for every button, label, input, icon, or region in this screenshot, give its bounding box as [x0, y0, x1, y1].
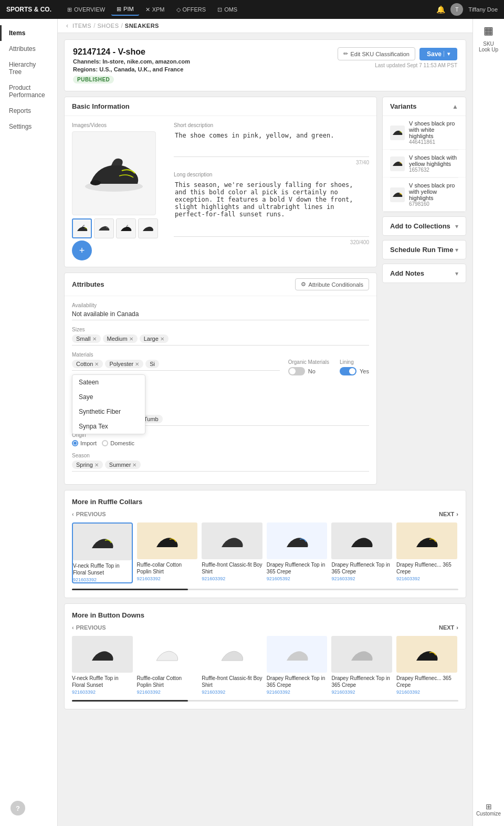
remove-summer-icon[interactable]: ✕: [132, 462, 136, 468]
nav-oms[interactable]: ⊡ OMS: [212, 4, 243, 15]
ruffle-next-button[interactable]: NEXT ›: [439, 511, 458, 517]
remove-large-icon[interactable]: ✕: [160, 336, 164, 342]
dropdown-sateen[interactable]: Sateen: [72, 375, 145, 390]
nav-pim[interactable]: ⊞ PIM: [111, 4, 139, 16]
thumbnail-3[interactable]: [116, 218, 136, 238]
nav-overview[interactable]: ⊞ OVERVIEW: [62, 4, 110, 15]
breadcrumb-sneakers[interactable]: SNEAKERS: [125, 23, 159, 29]
add-to-collections-header[interactable]: Add to Collections ▾: [383, 217, 466, 235]
button-down-item-3[interactable]: Drapey Ruffleneck Top in 365 Crepe 92160…: [267, 636, 328, 695]
variant-sku-1: 1657632: [409, 167, 458, 173]
sidebar-item-settings[interactable]: Settings: [0, 119, 57, 134]
add-notes-section: Add Notes ▾: [382, 264, 466, 283]
dropdown-synpa-tex[interactable]: Synpa Tex: [72, 419, 145, 434]
remove-small-icon[interactable]: ✕: [92, 336, 97, 342]
avatar[interactable]: T: [450, 3, 463, 16]
button-down-item-5[interactable]: Drapey Rufflenec... 365 Crepe 921603392: [396, 636, 457, 695]
offers-icon: ◇: [176, 6, 181, 13]
availability-value[interactable]: Not available in Canada: [72, 310, 369, 320]
thumbnail-1[interactable]: [72, 218, 92, 238]
variant-info-0: V shoes black pro with white highlights …: [409, 120, 458, 145]
oms-icon: ⊡: [217, 6, 222, 13]
sidebar-item-reports[interactable]: Reports: [0, 103, 57, 119]
ruffle-item-2[interactable]: Ruffle-front Classic-fit Boy Shirt 92160…: [202, 522, 262, 583]
variants-header[interactable]: Variants ▲: [383, 97, 466, 116]
organic-toggle[interactable]: [288, 367, 305, 375]
variant-item-0[interactable]: V shoes black pro with white highlights …: [383, 116, 466, 150]
add-notes-header[interactable]: Add Notes ▾: [383, 264, 466, 283]
nav-offers[interactable]: ◇ OFFERS: [171, 4, 212, 15]
button-downs-next-button[interactable]: NEXT ›: [439, 624, 458, 631]
ruffle-sku-3: 921605392: [267, 576, 328, 581]
ruffle-prev-button[interactable]: ‹ PREVIOUS: [72, 511, 106, 517]
add-notes-icon: ▾: [455, 270, 458, 277]
save-dropdown-arrow[interactable]: ▾: [444, 51, 450, 57]
ruffle-item-0[interactable]: V-neck Ruffle Top in Floral Sunset 92160…: [72, 522, 133, 583]
thumbnail-2[interactable]: [94, 218, 114, 238]
main-product-image: [72, 131, 156, 215]
ruffle-item-4[interactable]: Drapey Ruffleneck Top in 365 Crepe 92160…: [331, 522, 392, 583]
variant-info-2: V shoes black pro with yellow highlights…: [409, 182, 458, 207]
button-down-item-4[interactable]: Drapey Ruffleneck Top in 365 Crepe 92160…: [331, 636, 392, 695]
button-down-item-2[interactable]: Ruffle-front Classic-fit Boy Shirt 92160…: [202, 636, 262, 695]
basic-info-layout: Images/Videos: [72, 122, 369, 260]
remove-medium-icon[interactable]: ✕: [129, 336, 133, 342]
edit-sku-label: Edit SKU Classification: [350, 51, 410, 57]
lining-toggle[interactable]: [340, 367, 356, 375]
sidebar-item-items[interactable]: Items: [0, 25, 57, 41]
variant-item-2[interactable]: V shoes black pro with yellow highlights…: [383, 178, 466, 212]
basic-info-header: Basic Information: [65, 97, 376, 116]
dropdown-saye[interactable]: Saye: [72, 390, 145, 404]
remove-cotton-icon[interactable]: ✕: [94, 361, 99, 367]
add-to-collections-icon: ▾: [455, 223, 458, 230]
nav-xpm[interactable]: ✕ XPM: [140, 4, 170, 15]
season-tag-summer: Summer ✕: [105, 461, 141, 469]
sku-look-up-label[interactable]: SKULook Up: [479, 41, 498, 53]
sidebar-item-attributes[interactable]: Attributes: [0, 41, 57, 57]
button-down-item-0[interactable]: V-neck Ruffle Top in Floral Sunset 92160…: [72, 636, 133, 695]
remove-polyester-icon[interactable]: ✕: [135, 361, 139, 367]
button-downs-prev-button[interactable]: ‹ PREVIOUS: [72, 624, 106, 631]
ruffle-item-5[interactable]: Drapey Rufflenec... 365 Crepe 921603392: [396, 522, 457, 583]
button-downs-next-label: NEXT: [439, 624, 454, 631]
long-desc-char-count: 320/400: [174, 239, 369, 245]
attr-conditionals-label: Attribute Conditionals: [308, 281, 363, 288]
add-image-button[interactable]: +: [72, 241, 92, 260]
help-icon: ?: [16, 804, 20, 812]
edit-sku-button[interactable]: ✏ Edit SKU Classification: [338, 47, 415, 60]
import-radio-dot: [72, 440, 78, 446]
variant-thumb-1: [390, 156, 405, 171]
sku-panel: ▦ SKULook Up ⊞ Customize: [472, 19, 504, 826]
long-description-input[interactable]: This season, we're seriously falling for…: [174, 179, 369, 237]
breadcrumb-shoes[interactable]: SHOES: [97, 23, 119, 29]
ruffle-item-1[interactable]: Ruffle-collar Cotton Poplin Shirt 921603…: [137, 522, 198, 583]
sidebar-item-product-performance[interactable]: Product Performance: [0, 80, 57, 103]
dropdown-synthetic-fiber[interactable]: Synthetic Fiber: [72, 404, 145, 419]
remove-spring-icon[interactable]: ✕: [94, 462, 99, 468]
material-tag-si[interactable]: Si: [145, 360, 159, 368]
alert-icon[interactable]: 🔔: [436, 5, 445, 14]
save-button[interactable]: Save ▾: [419, 48, 457, 60]
season-field: Season Spring ✕ Summer ✕: [72, 453, 369, 472]
schedule-run-time-header[interactable]: Schedule Run Time ▾: [383, 241, 466, 259]
customize-button[interactable]: ⊞ Customize: [476, 802, 501, 821]
ruffle-img-5: [396, 522, 457, 559]
thumbnail-4[interactable]: [138, 218, 158, 238]
sidebar-item-hierarchy-tree[interactable]: Hierarchy Tree: [0, 57, 57, 80]
ruffle-name-4: Drapey Ruffleneck Top in 365 Crepe: [331, 561, 392, 575]
origin-domestic-option[interactable]: Domestic: [102, 440, 134, 446]
short-description-input[interactable]: The shoe comes in pink, yellow, and gree…: [174, 130, 369, 157]
help-button[interactable]: ?: [10, 801, 25, 815]
ruffle-sku-4: 921603392: [331, 576, 392, 581]
materials-dropdown[interactable]: Sateen Saye Synthetic Fiber Synpa Tex: [72, 374, 145, 434]
button-down-item-1[interactable]: Ruffle-collar Cotton Poplin Shirt 921603…: [137, 636, 198, 695]
breadcrumb-items[interactable]: ITEMS: [72, 23, 91, 29]
origin-import-option[interactable]: Import: [72, 440, 97, 446]
breadcrumb: ‹ ITEMS / SHOES / SNEAKERS: [58, 19, 472, 33]
bd-shoe-3: [284, 644, 310, 665]
ruffle-next-arrow: ›: [456, 511, 458, 517]
attribute-conditionals-button[interactable]: ⚙ Attribute Conditionals: [295, 278, 369, 290]
nav-pim-label: PIM: [123, 6, 134, 12]
variant-item-1[interactable]: V shoes black with yellow highlights 165…: [383, 150, 466, 177]
ruffle-item-3[interactable]: Drapey Ruffleneck Top in 365 Crepe 92160…: [267, 522, 328, 583]
